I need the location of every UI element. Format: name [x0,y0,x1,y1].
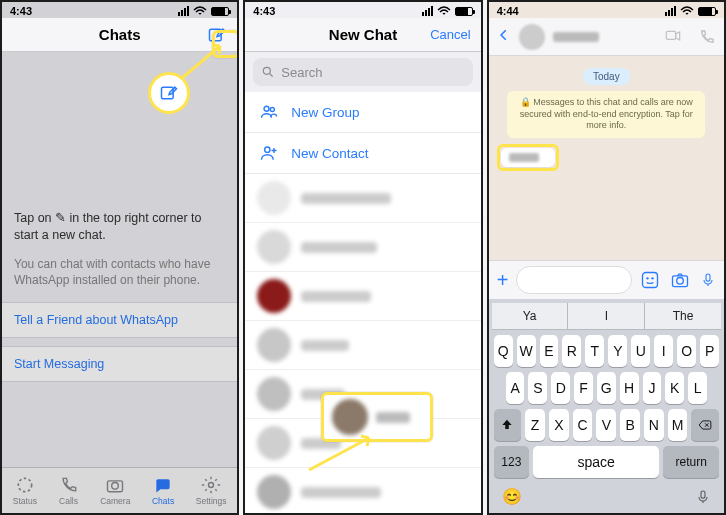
contact-list[interactable] [245,174,480,513]
tab-calls[interactable]: Calls [59,475,79,506]
mic-icon[interactable] [700,270,716,290]
key[interactable]: V [596,409,616,441]
chats-icon [153,475,173,495]
status-icon [15,475,35,495]
list-item[interactable] [245,272,480,321]
clock: 4:44 [497,5,519,17]
key[interactable]: W [517,335,536,367]
navbar: Chats [2,18,237,52]
key-row: 123 space return [494,446,719,478]
key[interactable]: Z [525,409,545,441]
list-item[interactable] [245,419,480,468]
navbar [489,18,724,56]
suggestion[interactable]: The [645,303,721,329]
numbers-key[interactable]: 123 [494,446,529,478]
hint-text: Tap on ✎ in the top right corner to star… [2,202,237,252]
chat-body[interactable]: Today 🔒 Messages to this chat and calls … [489,56,724,260]
encryption-notice[interactable]: 🔒 Messages to this chat and calls are no… [507,91,705,138]
key[interactable]: H [620,372,639,404]
key[interactable]: S [528,372,547,404]
battery-icon [211,7,229,16]
dictation-icon[interactable] [695,487,711,507]
hint-sub: You can chat with contacts who have What… [2,252,237,302]
shift-key[interactable] [494,409,522,441]
chats-empty-body: Tap on ✎ in the top right corner to star… [2,52,237,467]
tab-camera[interactable]: Camera [100,475,130,506]
list-item[interactable] [245,223,480,272]
key[interactable]: I [654,335,673,367]
key[interactable]: X [549,409,569,441]
tell-friend-link[interactable]: Tell a Friend about WhatsApp [2,302,237,338]
svg-point-3 [112,483,119,490]
signal-icon [178,6,189,16]
key[interactable]: F [574,372,593,404]
suggestion[interactable]: Ya [492,303,569,329]
key[interactable]: B [620,409,640,441]
key[interactable]: R [562,335,581,367]
key[interactable]: G [597,372,616,404]
list-item[interactable] [245,370,480,419]
phone-icon [59,475,79,495]
key[interactable]: U [631,335,650,367]
camera-icon[interactable] [670,270,690,290]
key[interactable]: Y [608,335,627,367]
start-messaging-link[interactable]: Start Messaging [2,346,237,382]
sticker-icon[interactable] [640,270,660,290]
backspace-key[interactable] [691,409,719,441]
key[interactable]: A [506,372,525,404]
key-row: QWERTYUIOP [494,335,719,367]
new-contact-row[interactable]: New Contact [245,133,480,174]
svg-point-11 [265,147,270,152]
tab-status[interactable]: Status [13,475,37,506]
clock: 4:43 [10,5,32,17]
new-contact-label: New Contact [291,146,368,161]
highlight-message [501,148,555,167]
svg-point-15 [646,277,648,279]
suggestion-bar: Ya I The [492,303,721,330]
list-item[interactable] [245,468,480,513]
key[interactable]: Q [494,335,513,367]
tab-settings[interactable]: Settings [196,475,227,506]
contact-name-blur[interactable] [553,32,599,42]
avatar[interactable] [519,24,545,50]
keyboard: Ya I The QWERTYUIOP ASDFGHJKL ZXCVBNM 12… [489,299,724,513]
suggestion[interactable]: I [568,303,645,329]
return-key[interactable]: return [663,446,719,478]
key[interactable]: M [668,409,688,441]
compose-button[interactable] [207,25,227,49]
attach-button[interactable]: + [497,269,509,292]
key[interactable]: E [540,335,559,367]
svg-point-7 [264,67,271,74]
key[interactable]: J [643,372,662,404]
key[interactable]: C [573,409,593,441]
message-input[interactable] [516,266,632,294]
key[interactable]: P [700,335,719,367]
video-call-icon[interactable] [662,28,684,44]
key[interactable]: O [677,335,696,367]
input-bar: + [489,260,724,299]
status-bar: 4:43 [245,2,480,18]
list-item[interactable] [245,321,480,370]
key[interactable]: N [644,409,664,441]
keyboard-bottom: 😊 [492,483,721,507]
key[interactable]: T [585,335,604,367]
list-item[interactable] [245,174,480,223]
page-title: Chats [99,26,141,43]
svg-rect-13 [666,31,675,39]
tab-chats[interactable]: Chats [152,475,174,506]
signal-icon [665,6,676,16]
tab-bar: Status Calls Camera Chats Settings [2,467,237,513]
space-key[interactable]: space [533,446,659,478]
phone-icon[interactable] [698,28,716,46]
key[interactable]: K [665,372,684,404]
new-group-row[interactable]: New Group [245,92,480,133]
emoji-key[interactable]: 😊 [502,487,522,507]
key[interactable]: D [551,372,570,404]
chevron-left-icon [497,26,511,44]
back-button[interactable] [497,26,511,48]
key[interactable]: L [688,372,707,404]
svg-point-1 [18,478,31,491]
screen-new-chat: 4:43 New Chat Cancel Search New Group Ne… [243,0,482,515]
cancel-button[interactable]: Cancel [430,27,470,42]
search-input[interactable]: Search [253,58,472,86]
